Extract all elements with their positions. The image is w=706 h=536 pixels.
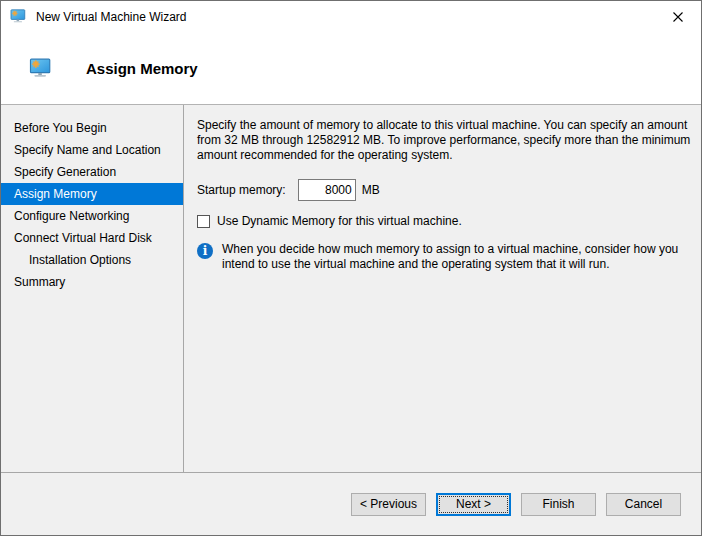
wizard-body: Before You Begin Specify Name and Locati… <box>1 104 701 472</box>
next-button[interactable]: Next > <box>436 493 511 516</box>
sidebar-item-specify-generation[interactable]: Specify Generation <box>1 161 183 183</box>
dynamic-memory-row: Use Dynamic Memory for this virtual mach… <box>197 214 702 228</box>
sidebar-item-configure-networking[interactable]: Configure Networking <box>1 205 183 227</box>
wizard-steps-sidebar: Before You Begin Specify Name and Locati… <box>1 105 184 472</box>
info-note-text: When you decide how much memory to assig… <box>222 242 702 272</box>
close-icon <box>672 11 684 23</box>
vm-monitor-icon <box>29 58 53 79</box>
dynamic-memory-label[interactable]: Use Dynamic Memory for this virtual mach… <box>217 214 462 228</box>
titlebar: New Virtual Machine Wizard <box>1 1 701 32</box>
startup-memory-row: Startup memory: MB <box>197 179 702 201</box>
info-icon: i <box>197 243 213 259</box>
page-title: Assign Memory <box>86 60 198 77</box>
memory-description: Specify the amount of memory to allocate… <box>197 118 702 163</box>
sidebar-item-summary[interactable]: Summary <box>1 271 183 293</box>
cancel-button[interactable]: Cancel <box>606 493 681 516</box>
sidebar-item-assign-memory[interactable]: Assign Memory <box>1 183 183 205</box>
wizard-window: New Virtual Machine Wizard <box>0 0 702 536</box>
window-title: New Virtual Machine Wizard <box>36 10 187 24</box>
memory-unit-label: MB <box>362 183 380 197</box>
info-note-row: i When you decide how much memory to ass… <box>197 242 702 272</box>
sidebar-item-before-you-begin[interactable]: Before You Begin <box>1 117 183 139</box>
sidebar-item-specify-name-and-location[interactable]: Specify Name and Location <box>1 139 183 161</box>
close-button[interactable] <box>655 1 701 32</box>
dynamic-memory-checkbox[interactable] <box>197 215 210 228</box>
finish-button[interactable]: Finish <box>521 493 596 516</box>
page-content: Specify the amount of memory to allocate… <box>184 105 702 472</box>
startup-memory-input[interactable] <box>298 179 356 201</box>
startup-memory-label: Startup memory: <box>197 183 286 197</box>
wizard-header: Assign Memory <box>1 32 701 104</box>
sidebar-item-installation-options[interactable]: Installation Options <box>1 249 183 271</box>
wizard-footer: < Previous Next > Finish Cancel <box>1 472 701 535</box>
previous-button[interactable]: < Previous <box>351 493 426 516</box>
sidebar-item-connect-virtual-hard-disk[interactable]: Connect Virtual Hard Disk <box>1 227 183 249</box>
vm-monitor-icon <box>10 9 27 24</box>
